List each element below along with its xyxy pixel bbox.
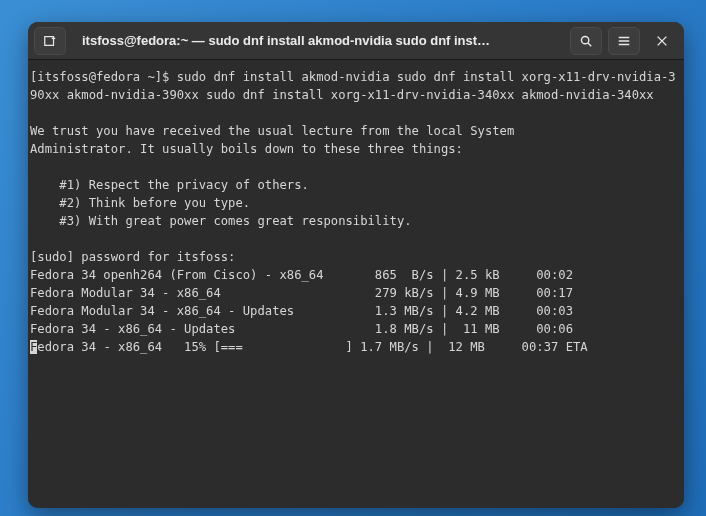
new-tab-button[interactable] [34, 27, 66, 55]
repo-line: Fedora Modular 34 - x86_64 - Updates 1.3… [30, 302, 682, 320]
repo-line: Fedora 34 - x86_64 - Updates 1.8 MB/s | … [30, 320, 682, 338]
repo-line: Fedora 34 openh264 (From Cisco) - x86_64… [30, 266, 682, 284]
rule-2: #2) Think before you type. [30, 196, 250, 210]
close-icon [655, 34, 669, 48]
close-button[interactable] [646, 27, 678, 55]
progress-line: edora 34 - x86_64 15% [=== ] 1.7 MB/s | … [37, 340, 587, 354]
terminal-output[interactable]: [itsfoss@fedora ~]$ sudo dnf install akm… [28, 60, 684, 508]
rule-1: #1) Respect the privacy of others. [30, 178, 309, 192]
sudo-password-prompt: [sudo] password for itsfoss: [30, 250, 235, 264]
lecture-line-1: We trust you have received the usual lec… [30, 124, 514, 138]
menu-button[interactable] [608, 27, 640, 55]
rule-3: #3) With great power comes great respons… [30, 214, 412, 228]
terminal-window: itsfoss@fedora:~ — sudo dnf install akmo… [28, 22, 684, 508]
lecture-line-2: Administrator. It usually boils down to … [30, 142, 463, 156]
hamburger-icon [617, 34, 631, 48]
new-tab-icon [43, 34, 57, 48]
repo-line: Fedora Modular 34 - x86_64 279 kB/s | 4.… [30, 284, 682, 302]
shell-prompt: [itsfoss@fedora ~]$ [30, 70, 177, 84]
titlebar: itsfoss@fedora:~ — sudo dnf install akmo… [28, 22, 684, 60]
search-button[interactable] [570, 27, 602, 55]
svg-point-1 [581, 36, 588, 43]
search-icon [579, 34, 593, 48]
window-title: itsfoss@fedora:~ — sudo dnf install akmo… [72, 33, 564, 48]
